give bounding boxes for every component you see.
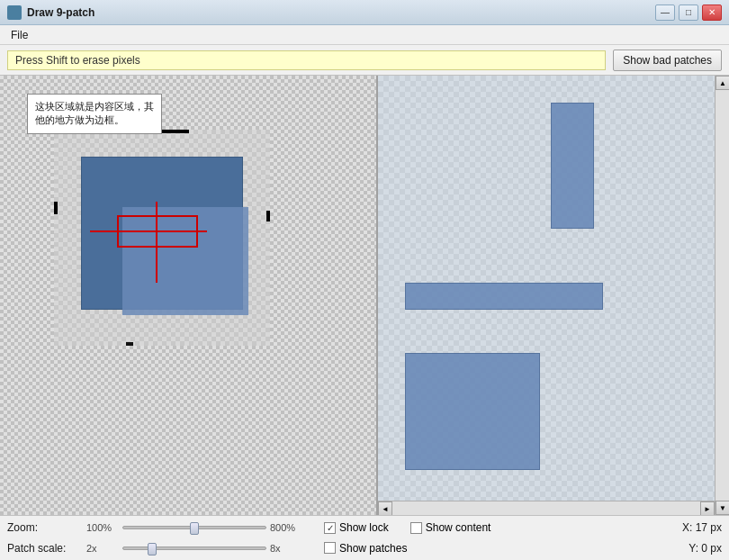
horizontal-scrollbar[interactable]: ◄ ► (378, 501, 715, 515)
canvas-container[interactable] (54, 130, 270, 346)
callout-tooltip: 这块区域就是内容区域，其他的地方做为边框。 (27, 94, 162, 134)
editor-pane[interactable]: 这块区域就是内容区域，其他的地方做为边框。 (0, 76, 378, 515)
zoom-label: Zoom: (7, 521, 79, 534)
title-controls: — □ ✕ (655, 5, 722, 21)
close-button[interactable]: ✕ (702, 5, 722, 21)
toolbar: Press Shift to erase pixels Show bad pat… (0, 45, 729, 76)
show-lock-group: Show lock (324, 521, 389, 534)
preview-wide-shape (405, 283, 603, 310)
border-right (266, 211, 270, 221)
show-content-checkbox[interactable] (410, 522, 422, 534)
patch-scale-slider-thumb (148, 543, 157, 555)
red-horizontal-line (90, 230, 207, 232)
scroll-track-vertical[interactable] (716, 90, 729, 501)
menu-bar: File (0, 25, 729, 45)
red-vertical-line (156, 202, 158, 283)
minimize-button[interactable]: — (655, 5, 675, 21)
preview-tall-shape (551, 103, 594, 229)
maximize-button[interactable]: □ (679, 5, 698, 21)
zoom-slider-container: 100% 800% (86, 522, 302, 533)
vertical-scrollbar[interactable]: ▲ ▼ (715, 76, 729, 515)
status-row-1: Zoom: 100% 800% Show lock Show content X… (7, 518, 722, 538)
title-bar-left: Draw 9-patch (7, 5, 94, 20)
preview-square-shape (405, 353, 540, 470)
show-patches-group: Show patches (324, 542, 407, 555)
show-bad-patches-button[interactable]: Show bad patches (613, 50, 722, 71)
app-icon (7, 5, 22, 20)
hint-text: Press Shift to erase pixels (7, 50, 606, 70)
zoom-slider-thumb (190, 522, 199, 535)
show-patches-checkbox[interactable] (324, 542, 336, 554)
title-bar: Draw 9-patch — □ ✕ (0, 0, 729, 25)
patch-scale-label: Patch scale: (7, 542, 79, 555)
status-row-2: Patch scale: 2x 8x Show patches Y: 0 px (7, 538, 722, 559)
show-patches-label: Show patches (339, 542, 407, 555)
main-content: 这块区域就是内容区域，其他的地方做为边框。 (0, 76, 729, 515)
patch-outer (54, 130, 270, 346)
patch-scale-min-label: 2x (86, 543, 119, 554)
patch-scale-slider[interactable] (122, 546, 266, 550)
zoom-max-label: 800% (270, 522, 302, 533)
x-coord: X: 17 px (682, 521, 722, 534)
zoom-min-label: 100% (86, 522, 119, 533)
patch-scale-max-label: 8x (270, 543, 302, 554)
status-bar: Zoom: 100% 800% Show lock Show content X… (0, 515, 729, 560)
show-lock-checkbox[interactable] (324, 522, 336, 534)
patch-scale-slider-container: 2x 8x (86, 543, 302, 554)
zoom-slider[interactable] (122, 526, 266, 529)
scroll-left-button[interactable]: ◄ (378, 501, 392, 515)
show-content-group: Show content (410, 521, 491, 534)
scroll-track-horizontal[interactable] (392, 501, 700, 515)
show-content-label: Show content (426, 521, 491, 534)
window-title: Draw 9-patch (27, 6, 94, 19)
border-bottom (126, 342, 133, 346)
border-left (54, 202, 58, 214)
menu-file[interactable]: File (4, 27, 35, 43)
scroll-up-button[interactable]: ▲ (716, 76, 729, 90)
scroll-right-button[interactable]: ► (700, 501, 715, 515)
show-lock-label: Show lock (339, 521, 389, 534)
y-coord: Y: 0 px (688, 542, 722, 555)
scroll-down-button[interactable]: ▼ (716, 501, 729, 515)
callout-text: 这块区域就是内容区域，其他的地方做为边框。 (35, 101, 154, 125)
preview-pane: ▲ ▼ ◄ ► (378, 76, 729, 515)
